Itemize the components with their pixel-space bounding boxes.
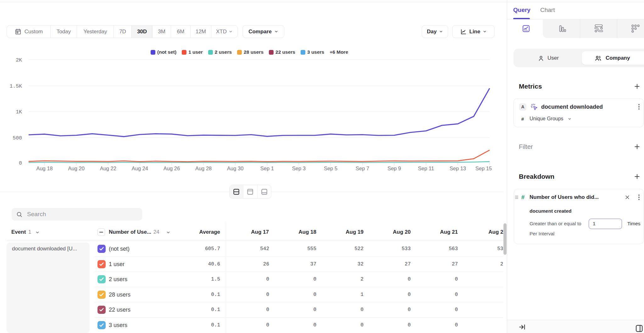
svg-text:Sep 11: Sep 11 [418, 166, 434, 171]
svg-text:Sep 9: Sep 9 [387, 166, 401, 171]
svg-text:Sep 15: Sep 15 [475, 166, 492, 171]
svg-text:Sep 13: Sep 13 [450, 166, 466, 171]
svg-text:Aug 22: Aug 22 [100, 166, 116, 171]
svg-text:Aug 26: Aug 26 [164, 166, 180, 171]
svg-text:1.5K: 1.5K [9, 83, 22, 89]
svg-text:Sep 1: Sep 1 [260, 166, 274, 171]
svg-text:Sep 7: Sep 7 [356, 166, 369, 171]
svg-text:1K: 1K [16, 109, 22, 115]
svg-text:Aug 18: Aug 18 [36, 166, 53, 171]
svg-text:Aug 30: Aug 30 [227, 166, 243, 171]
svg-text:Aug 24: Aug 24 [132, 166, 148, 171]
svg-text:0: 0 [19, 160, 22, 166]
svg-text:500: 500 [13, 135, 22, 141]
svg-text:Sep 3: Sep 3 [292, 166, 306, 171]
svg-text:Aug 28: Aug 28 [195, 166, 212, 171]
svg-text:Sep 5: Sep 5 [324, 166, 337, 171]
svg-text:2K: 2K [16, 57, 22, 63]
svg-text:Aug 20: Aug 20 [68, 166, 85, 171]
